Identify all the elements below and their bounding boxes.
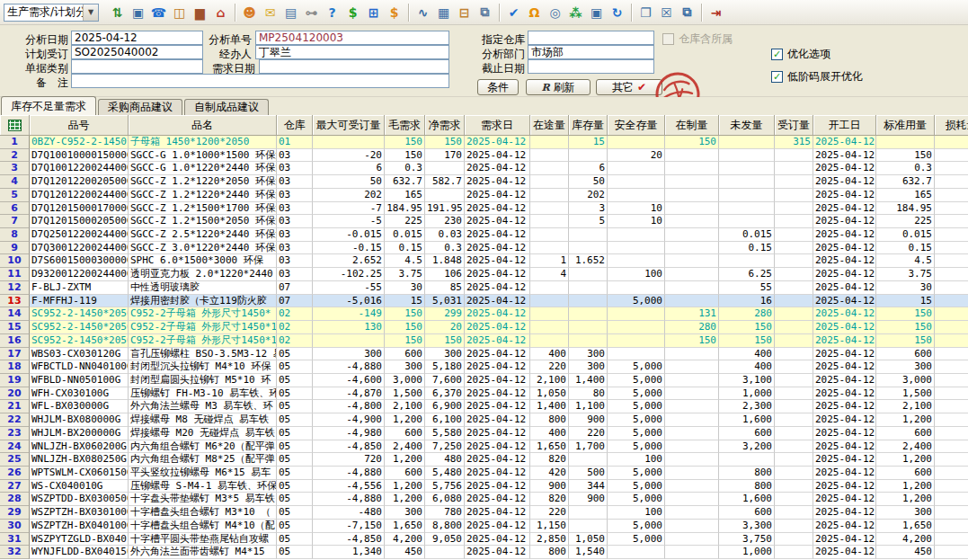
cell[interactable]: 2025-04-12 [813,360,876,374]
chart-icon[interactable]: ∿ [413,3,432,22]
cell[interactable]: 5,000 [608,387,665,401]
cell[interactable] [935,493,968,506]
cell[interactable]: 3,000 [385,374,425,387]
cell[interactable]: 01 [277,136,313,149]
cell[interactable]: 780 [425,506,465,520]
cell[interactable]: 03 [277,268,313,281]
cell[interactable]: 2025-04-12 [465,189,530,202]
cell[interactable]: 2025-04-12 [813,427,876,440]
cell[interactable]: 2025-04-12 [813,136,876,149]
cell[interactable]: 2025-04-12 [813,533,876,547]
cell[interactable]: 03 [277,189,313,202]
cell[interactable]: SGCC-Z 1.2*1500*1700 环保大 [129,202,277,216]
cell[interactable]: 内六角组合螺钉 M6*20（配平弹 [129,440,277,454]
cell[interactable] [775,387,813,401]
cell[interactable] [935,162,968,175]
cell[interactable] [775,493,813,506]
cell[interactable]: 150 [425,334,465,348]
cell[interactable]: 150 [385,136,425,149]
row-number[interactable]: 30 [0,520,30,533]
cell[interactable] [530,321,569,334]
cell[interactable]: 2,400 [385,440,425,454]
cell[interactable]: 10 [608,202,665,216]
cell[interactable]: 300 [569,348,608,361]
cell[interactable]: 600 [876,467,935,480]
cell[interactable]: 2025-04-12 [465,281,530,295]
cell[interactable]: -4,880 [313,467,385,480]
cell[interactable]: 2,100 [876,400,935,413]
cell[interactable] [608,242,665,255]
cell[interactable]: -149 [313,307,385,321]
doc-search-icon[interactable]: ◎ [546,3,564,22]
cell[interactable]: C952-2子母箱 外形尺寸1450*1 [129,334,277,348]
optimize-option-checkbox[interactable]: ✓ 优化选项 [771,47,830,62]
cell[interactable]: 3.75 [876,268,935,281]
table-row[interactable]: 18WFBCTLD-NN040100G封闭型沉头拉铆钉 M4*10 环保05-4… [0,360,968,374]
cell[interactable]: 5,580 [425,427,465,440]
cell[interactable] [935,467,968,480]
cell[interactable] [425,546,465,559]
cell[interactable]: 55 [719,281,775,295]
doc-type-field[interactable] [71,59,203,74]
cell[interactable]: 05 [277,360,313,374]
cell[interactable] [935,546,968,559]
cell[interactable]: 150 [385,149,425,163]
cell[interactable]: SGCC-Z 2.5*1220*2440 环保大 [129,228,277,242]
cell[interactable] [608,334,665,348]
cell[interactable]: WFBCTLD-NN040100G [30,360,129,374]
cell[interactable]: 8,800 [425,520,465,533]
cell[interactable]: WSZPTZH-BX030100G [30,506,129,520]
cell[interactable]: 3,300 [719,520,775,533]
cell[interactable]: 0.15 [719,242,775,255]
cell[interactable] [665,228,719,242]
cell[interactable]: 80 [569,387,608,401]
cell[interactable]: -4,600 [313,374,385,387]
cell[interactable]: 191.95 [425,202,465,216]
cell[interactable] [719,189,775,202]
cell[interactable]: 03 [277,242,313,255]
row-number[interactable]: 5 [0,189,30,202]
cell[interactable]: 800 [530,546,569,559]
cell[interactable] [530,175,569,189]
cell[interactable] [665,480,719,493]
cell[interactable]: -55 [313,281,385,295]
cell[interactable] [935,175,968,189]
low-level-code-checkbox[interactable]: ✓ 低阶码展开优化 [771,69,863,84]
table-row[interactable]: 13F-MFFHJ-119焊接用密封胶（卡立119防火胶07-5,016155,… [0,295,968,308]
cell[interactable]: 1,340 [313,546,385,559]
cell[interactable] [775,307,813,321]
cell[interactable]: 400 [719,348,775,361]
cell[interactable]: 420 [530,467,569,480]
cell[interactable] [530,281,569,295]
cell[interactable] [935,400,968,413]
cell[interactable]: 1,200 [876,480,935,493]
analysis-no-field[interactable]: MP2504120003 [255,31,449,45]
cell[interactable] [775,360,813,374]
cell[interactable] [530,307,569,321]
cell[interactable]: 150 [719,321,775,334]
cell[interactable]: 外六角法兰面带齿螺钉 M4*15 [129,546,277,559]
briefcase-icon[interactable]: ▆ [191,3,209,22]
cell[interactable]: 150 [385,307,425,321]
cell[interactable]: 2025-04-12 [813,162,876,175]
cell[interactable] [530,162,569,175]
cell[interactable]: 150 [665,334,719,348]
cell[interactable] [775,453,813,467]
table-row[interactable]: 29WSZPTZH-BX030100G十字槽盘头组合螺钉 M3*10 （05-4… [0,506,968,520]
cell[interactable] [775,268,813,281]
cell[interactable] [775,254,813,268]
cell[interactable] [608,348,665,361]
cell[interactable] [665,427,719,440]
table-row[interactable]: 12F-BLJ-ZXTM中性透明玻璃胶07-5530852025-04-1255… [0,281,968,295]
cell[interactable] [935,136,968,149]
row-number[interactable]: 31 [0,533,30,547]
cell[interactable]: 150 [876,149,935,163]
cell[interactable]: 2025-04-12 [465,467,530,480]
cell[interactable] [775,175,813,189]
cell[interactable]: WNLJZH-BX060200G [30,440,129,454]
cell[interactable]: 100 [608,268,665,281]
cell[interactable]: 02 [277,321,313,334]
cell[interactable]: 600 [385,427,425,440]
cell[interactable] [935,281,968,295]
person-dollar-icon[interactable]: $ [385,3,404,22]
